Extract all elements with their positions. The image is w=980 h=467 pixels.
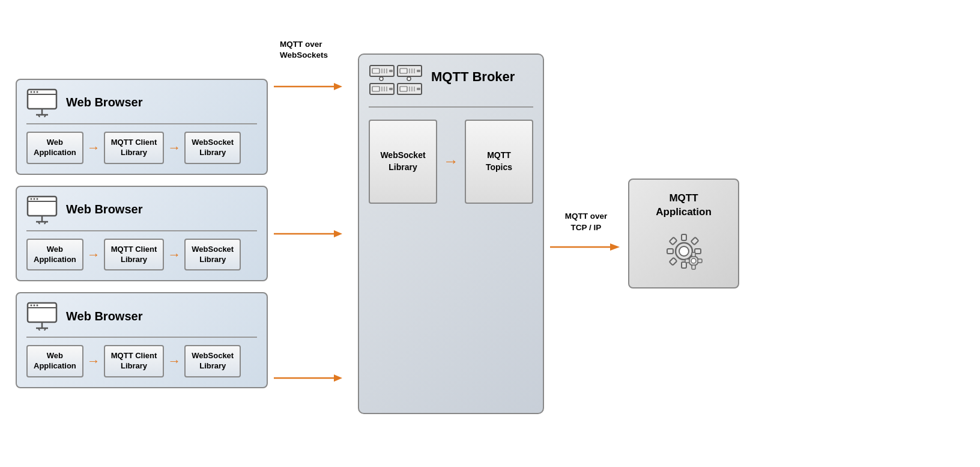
svg-marker-30 (334, 230, 342, 237)
web-app-box-1: WebApplication (26, 132, 83, 164)
svg-point-13 (37, 198, 38, 200)
arrow-1-2: → (168, 140, 181, 156)
mqtt-app-box: MQTT Application (628, 179, 739, 288)
svg-rect-38 (389, 70, 393, 72)
arrow-3-2: → (168, 353, 181, 369)
svg-rect-54 (400, 87, 407, 91)
mqtt-client-box-3: MQTT ClientLibrary (104, 345, 165, 377)
monitor-icon-1 (26, 88, 58, 117)
svg-rect-73 (685, 259, 689, 263)
websocket-lib-box-3: WebSocketLibrary (184, 345, 241, 377)
broker-header: MQTT Broker (369, 64, 533, 108)
svg-rect-71 (692, 252, 695, 257)
svg-point-22 (37, 305, 38, 307)
svg-point-2 (31, 91, 32, 93)
svg-point-46 (407, 77, 411, 81)
web-app-box-2: WebApplication (26, 239, 83, 271)
monitor-icon-2 (26, 195, 58, 224)
browser-box-3: Web Browser WebApplication → MQTT Client… (16, 292, 268, 388)
svg-marker-60 (610, 243, 620, 251)
svg-point-12 (34, 198, 35, 200)
svg-point-3 (34, 91, 35, 93)
svg-point-70 (691, 258, 696, 263)
broker-inner-arrow: → (443, 152, 459, 171)
arrow-1-1: → (87, 140, 100, 156)
web-app-box-3: WebApplication (26, 345, 83, 377)
svg-marker-32 (334, 374, 342, 382)
svg-point-21 (34, 305, 35, 307)
mqtt-over-tcp-label: MQTT overTCP / IP (565, 211, 608, 234)
app-title: MQTT Application (643, 192, 725, 218)
gear-icon (660, 227, 708, 275)
svg-point-11 (31, 198, 32, 200)
right-arrows-section: MQTT overTCP / IP (544, 11, 628, 456)
browser-components-3: WebApplication → MQTT ClientLibrary → We… (26, 345, 257, 377)
websocket-library-inner: WebSocketLibrary (369, 120, 437, 204)
server-icon (369, 64, 423, 100)
arrow-2-2: → (168, 247, 181, 263)
svg-rect-48 (372, 87, 380, 91)
left-connector-svg (274, 11, 358, 456)
svg-rect-64 (667, 249, 673, 254)
svg-point-61 (679, 246, 689, 256)
svg-marker-28 (334, 83, 342, 90)
svg-rect-62 (682, 234, 686, 240)
arrow-3-1: → (87, 353, 100, 369)
browser-box-2: Web Browser WebApplication → MQTT Client… (16, 186, 268, 282)
websocket-lib-box-1: WebSocketLibrary (184, 132, 241, 164)
svg-rect-68 (669, 257, 677, 265)
broker-inner-components: WebSocketLibrary → MQTTTopics (369, 120, 533, 204)
browser-title-1: Web Browser (66, 96, 142, 109)
mqtt-client-box-2: MQTT ClientLibrary (104, 239, 165, 271)
svg-rect-66 (669, 237, 677, 245)
browser-components-2: WebApplication → MQTT ClientLibrary → We… (26, 239, 257, 271)
broker-box: MQTT Broker WebSocketLibrary → MQTTTopic… (358, 53, 544, 414)
arrow-2-1: → (87, 247, 100, 263)
svg-rect-44 (417, 70, 420, 72)
svg-rect-58 (417, 88, 420, 90)
mqtt-client-box-1: MQTT ClientLibrary (104, 132, 165, 164)
browser-header-2: Web Browser (26, 195, 257, 231)
browser-title-3: Web Browser (66, 310, 142, 323)
browser-header-3: Web Browser (26, 302, 257, 338)
left-column: Web Browser WebApplication → MQTT Client… (16, 79, 274, 388)
svg-point-20 (31, 305, 32, 307)
websocket-lib-box-2: WebSocketLibrary (184, 239, 241, 271)
svg-point-45 (380, 77, 383, 81)
right-arrow-svg (550, 238, 622, 256)
browser-box-1: Web Browser WebApplication → MQTT Client… (16, 79, 268, 175)
svg-rect-52 (389, 88, 393, 90)
mqtt-topics-inner: MQTTTopics (465, 120, 533, 204)
broker-title: MQTT Broker (431, 64, 515, 85)
diagram: Web Browser WebApplication → MQTT Client… (16, 11, 964, 456)
browser-title-2: Web Browser (66, 203, 142, 216)
svg-rect-72 (692, 265, 695, 269)
browser-header-1: Web Browser (26, 88, 257, 124)
svg-rect-34 (372, 69, 380, 73)
svg-point-4 (37, 91, 38, 93)
monitor-icon-3 (26, 302, 58, 331)
browser-components-1: WebApplication → MQTT ClientLibrary → We… (26, 132, 257, 164)
connector-arrows-left: MQTT overWebSockets (274, 11, 358, 456)
svg-rect-74 (698, 259, 702, 263)
svg-rect-40 (400, 69, 407, 73)
svg-rect-67 (691, 237, 698, 245)
